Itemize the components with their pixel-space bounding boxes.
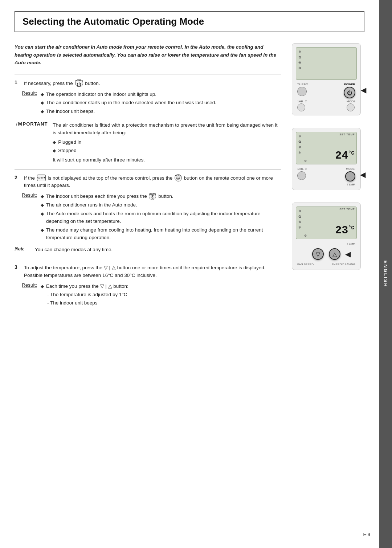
bullet-item: ◆ The air conditioner starts up in the m… <box>41 99 216 107</box>
note-label: Note <box>15 246 30 252</box>
step-3-section: 3 To adjust the temperature, press the ▽… <box>15 259 281 307</box>
temp-up-button: △ <box>329 248 340 260</box>
intro-paragraph: You can start the air conditioner in Aut… <box>15 43 281 67</box>
power-button-icon: POWER ⏻ <box>75 79 83 87</box>
diagram-3: ❄ ✿ ❋ ✻ SET TEMP 23°C ⚙ TEMP. <box>292 203 361 270</box>
step-1-header: 1 If necessary, press the POWER ⏻ button… <box>15 79 281 87</box>
diagram-1-wrapper: ❄ ✿ ❋ ✻ TURBO <box>292 43 364 115</box>
power-arrow: ◀ <box>361 86 366 94</box>
step-2-section: 2 If the Auto◄ is not displayed at the t… <box>15 169 281 254</box>
step-2-result: Result: ◆ The indoor unit beeps each tim… <box>22 192 281 242</box>
mode-button-diag2 <box>345 171 355 181</box>
bullet-item: ◆ Stopped <box>53 147 281 155</box>
important-text: The air conditioner is fitted with a pro… <box>53 121 281 164</box>
turbo-button <box>297 87 307 96</box>
diagram-2-lcd: ❄ ✿ ❋ ✻ SET TEMP 24°C ⚙ <box>296 132 357 164</box>
step-2-bullets: ◆ The indoor unit beeps each time you pr… <box>41 192 281 242</box>
result-label-2: Result: <box>22 192 37 242</box>
step-2-header: 2 If the Auto◄ is not displayed at the t… <box>15 175 281 190</box>
page-title: Selecting the Automatic Operating Mode <box>23 16 204 27</box>
step-2-text: If the Auto◄ is not displayed at the top… <box>24 175 281 190</box>
step-3-result: Result: ◆ Each time you press the ▽ | △ … <box>22 282 281 307</box>
temp-arrow: ◀ <box>345 250 351 258</box>
bullet-item: ◆ The air conditioner runs in the Auto m… <box>41 201 281 209</box>
diagram-1-buttons: TURBO POWER ⏻ ◀ <box>296 83 357 98</box>
step-3-header: 3 To adjust the temperature, press the ▽… <box>15 264 281 279</box>
language-sidebar: ENGLISH <box>379 0 392 548</box>
important-section: IMPORTANT The air conditioner is fitted … <box>15 121 281 164</box>
important-label: IMPORTANT <box>16 121 48 164</box>
mode-icon-inline: MODE ⦿ <box>149 193 156 200</box>
mode-arrow: ◀ <box>360 170 366 179</box>
step-2-number: 2 <box>15 175 20 190</box>
bullet-item: ◆ Plugged in <box>53 138 281 146</box>
temp-down-button: ▽ <box>312 248 324 260</box>
1hr-button-2 <box>297 171 306 180</box>
mode-button-diag1 <box>347 103 355 111</box>
page-number: E·9 <box>363 532 370 537</box>
step-1-result: Result: ◆ The operation indicator on the… <box>22 90 281 116</box>
step-3-bullets: ◆ Each time you press the ▽ | △ button: … <box>41 282 128 307</box>
note-row: Note You can change modes at any time. <box>15 246 281 254</box>
left-column: You can start the air conditioner in Aut… <box>15 43 281 312</box>
bullet-item: ◆ The mode may change from cooling into … <box>41 226 281 242</box>
bullet-item: ◆ The operation indicator on the indoor … <box>41 90 216 98</box>
bullet-item: ◆ The indoor unit beeps. <box>41 107 216 115</box>
diagram-2-wrapper: ❄ ✿ ❋ ✻ SET TEMP 24°C ⚙ <box>292 128 364 190</box>
step-1-bullets: ◆ The operation indicator on the indoor … <box>41 90 216 116</box>
step-3-text: To adjust the temperature, press the ▽ |… <box>24 264 266 279</box>
result-label-1: Result: <box>22 90 37 116</box>
temp-display-2: 24°C <box>335 150 354 161</box>
note-text: You can change modes at any time. <box>35 246 113 254</box>
two-column-layout: You can start the air conditioner in Aut… <box>15 43 364 312</box>
lcd-icons: ❄ ✿ ❋ ✻ <box>298 134 301 155</box>
language-label: ENGLISH <box>383 261 388 287</box>
lcd-icons: ❄ ✿ ❋ ✻ <box>298 50 301 70</box>
diagram-2: ❄ ✿ ❋ ✻ SET TEMP 24°C ⚙ <box>292 128 361 190</box>
diagram-1: ❄ ✿ ❋ ✻ TURBO <box>292 43 361 115</box>
auto-icon: Auto◄ <box>37 175 46 181</box>
page-container: ENGLISH Selecting the Automatic Operatin… <box>0 0 392 548</box>
diagram-3-wrapper: ❄ ✿ ❋ ✻ SET TEMP 23°C ⚙ TEMP. <box>292 203 364 270</box>
step-3-number: 3 <box>15 264 20 279</box>
1hr-button <box>297 103 305 111</box>
bullet-item: ◆ Each time you press the ▽ | △ button: <box>41 282 128 290</box>
step-1-text: If necessary, press the POWER ⏻ button. <box>24 79 100 87</box>
bullet-item: ◆ The Auto mode cools and heats the room… <box>41 210 281 225</box>
temp-display-3: 23°C <box>335 225 354 236</box>
result-label-3: Result: <box>22 282 37 307</box>
right-column: ❄ ✿ ❋ ✻ TURBO <box>292 43 364 312</box>
title-box: Selecting the Automatic Operating Mode <box>15 11 364 32</box>
step-1-number: 1 <box>15 79 20 87</box>
lcd-icons: ❄ ✿ ❋ ✻ <box>298 209 301 229</box>
diagram-3-lcd: ❄ ✿ ❋ ✻ SET TEMP 23°C ⚙ <box>296 206 357 239</box>
diagram-1-lcd: ❄ ✿ ❋ ✻ <box>296 47 357 80</box>
step-1-section: 1 If necessary, press the POWER ⏻ button… <box>15 74 281 116</box>
main-content: Selecting the Automatic Operating Mode Y… <box>0 0 379 323</box>
bullet-item: ◆ The indoor unit beeps each time you pr… <box>41 192 281 200</box>
mode-icon: MODE ⦿ <box>175 174 182 181</box>
power-button-diag: ⏻ <box>344 87 355 98</box>
